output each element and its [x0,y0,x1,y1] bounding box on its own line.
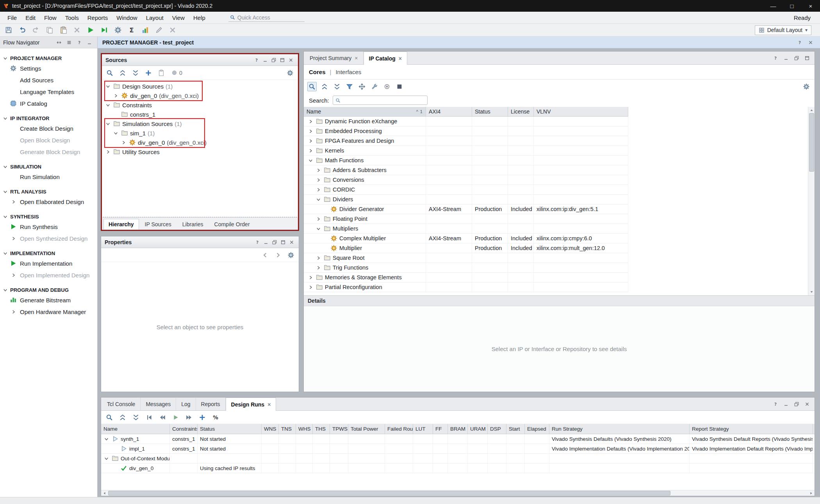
menu-view[interactable]: View [168,13,189,23]
vertical-scrollbar[interactable] [808,107,815,295]
column-header-name[interactable]: Name [101,424,170,434]
funnel-button[interactable] [345,82,354,91]
tab-tcl-console[interactable]: Tcl Console [102,398,141,410]
nav-item-ip-catalog[interactable]: IP Catalog [0,98,97,109]
column-header-uram[interactable]: URAM [468,424,488,434]
ip-row-cordic[interactable]: CORDIC [304,185,628,195]
back-button[interactable] [260,250,270,260]
settings-button[interactable] [113,25,123,35]
chevron-right-slot[interactable] [307,148,314,153]
menu-reports[interactable]: Reports [83,13,112,23]
ip-row-dynamic-function-exchange[interactable]: Dynamic Function eXchange [304,117,628,126]
chevron-down-slot[interactable] [112,131,119,136]
ip-row-conversions[interactable]: Conversions [304,175,628,185]
chevron-right-slot[interactable] [307,119,314,124]
nav-item-open-elaborated-design[interactable]: Open Elaborated Design [0,196,97,208]
collapse-button[interactable] [118,68,127,78]
undo-button[interactable] [18,25,27,35]
minimize-button[interactable] [781,53,791,63]
wrench-button[interactable] [370,82,379,91]
menu-help[interactable]: Help [189,13,210,23]
fast-fwd-button[interactable] [184,413,194,422]
ip-catalog-settings-button[interactable] [802,82,811,91]
column-header-total-power[interactable]: Total Power [348,424,385,434]
scrollbar-thumb[interactable] [108,491,670,495]
chevron-down-slot[interactable] [104,121,111,126]
menu-edit[interactable]: Edit [21,13,40,23]
run-button[interactable] [86,25,95,35]
nav-section-header-program-and-debug[interactable]: PROGRAM AND DEBUG [0,286,97,294]
close-button[interactable] [288,238,295,246]
column-header-run-strategy[interactable]: Run Strategy [549,424,690,434]
close-button[interactable] [802,399,812,409]
sources-tab-libraries[interactable]: Libraries [177,219,209,230]
close-tab-icon[interactable]: × [355,55,358,61]
chevron-down-slot[interactable] [315,197,322,202]
edit-button[interactable] [154,25,164,35]
column-header-tpws[interactable]: TPWS [330,424,348,434]
chevron-right-slot[interactable] [315,187,322,192]
subtab-interfaces[interactable]: Interfaces [335,69,361,75]
nav-item-generate-bitstream[interactable]: Generate Bitstream [0,294,97,306]
chevron-right-slot[interactable] [315,256,322,261]
scrollbar-track[interactable] [107,491,808,496]
hamburger-button[interactable] [64,38,74,47]
minimize-button[interactable] [781,399,791,409]
ip-row-trig-functions[interactable]: Trig Functions [304,263,628,273]
nav-item-settings[interactable]: Settings [0,62,97,74]
float-button[interactable] [792,399,801,409]
tab-ip-catalog[interactable]: IP Catalog× [364,51,407,65]
column-header-report-strategy[interactable]: Report Strategy [690,424,813,434]
source-tree-item-simulation-sources[interactable]: Simulation Sources(1) [102,119,298,128]
nav-item-run-implementation[interactable]: Run Implementation [0,257,97,269]
clipboard-button[interactable] [157,68,166,78]
source-tree-item-div-gen-0[interactable]: div_gen_0(div_gen_0.xci) [102,138,298,147]
column-header-name[interactable]: Name^ 1 [304,107,426,116]
scroll-right-button[interactable] [808,490,814,496]
ip-row-divider-generator[interactable]: Divider GeneratorAXI4-StreamProductionIn… [304,204,628,214]
ip-search-input[interactable] [333,96,428,105]
collapse-button[interactable] [118,413,127,422]
chevron-right-slot[interactable] [307,285,314,290]
tab-log[interactable]: Log [176,398,196,410]
chevron-right-slot[interactable] [112,93,119,98]
ip-row-multiplier[interactable]: MultiplierProductionIncludedxilinx.com:i… [304,243,628,253]
column-header-bram[interactable]: BRAM [448,424,468,434]
plus-button[interactable] [198,413,207,422]
plus-button[interactable] [144,68,153,78]
search-button[interactable] [105,68,114,78]
scroll-down-button[interactable] [809,289,815,295]
step-button[interactable] [100,25,109,35]
column-header-wns[interactable]: WNS [262,424,279,434]
ip-row-partial-reconfiguration[interactable]: Partial Reconfiguration [304,282,628,292]
scroll-up-button[interactable] [809,107,815,113]
column-header-tns[interactable]: TNS [279,424,296,434]
ip-row-complex-multiplier[interactable]: Complex MultiplierAXI4-StreamProductionI… [304,234,628,243]
maximize-button[interactable] [279,238,287,246]
run-row-out-of-context-module-runs[interactable]: Out-of-Context Module Runs [101,454,815,463]
stop-button[interactable] [395,82,404,91]
float-button[interactable] [792,53,801,63]
nav-section-header-rtl-analysis[interactable]: RTL ANALYSIS [0,188,97,196]
scrollbar-thumb[interactable] [809,113,814,172]
nav-item-open-block-design[interactable]: Open Block Design [0,134,97,146]
column-header-dsp[interactable]: DSP [488,424,506,434]
column-header-axi4[interactable]: AXI4 [426,107,472,116]
quick-access-search[interactable]: Quick Access [228,14,305,22]
play-soft-button[interactable] [171,413,180,422]
column-header-whs[interactable]: WHS [296,424,313,434]
nav-item-open-synthesized-design[interactable]: Open Synthesized Design [0,232,97,244]
chevron-right-slot[interactable] [307,129,314,134]
layout-select[interactable]: Default Layout ▾ [755,25,811,35]
nav-item-open-hardware-manager[interactable]: Open Hardware Manager [0,306,97,318]
source-tree-item-constrs-1[interactable]: constrs_1 [102,110,298,119]
search-button[interactable] [105,413,114,422]
tab-reports[interactable]: Reports [196,398,226,410]
float-button[interactable] [271,238,278,246]
arrows-lr-button[interactable] [54,38,64,47]
chevron-right-slot[interactable] [307,138,314,144]
menu-layout[interactable]: Layout [142,13,168,23]
chevron-down-slot[interactable] [307,158,314,163]
minimize-window-button[interactable]: — [764,0,783,12]
help-button[interactable]: ? [795,38,804,47]
